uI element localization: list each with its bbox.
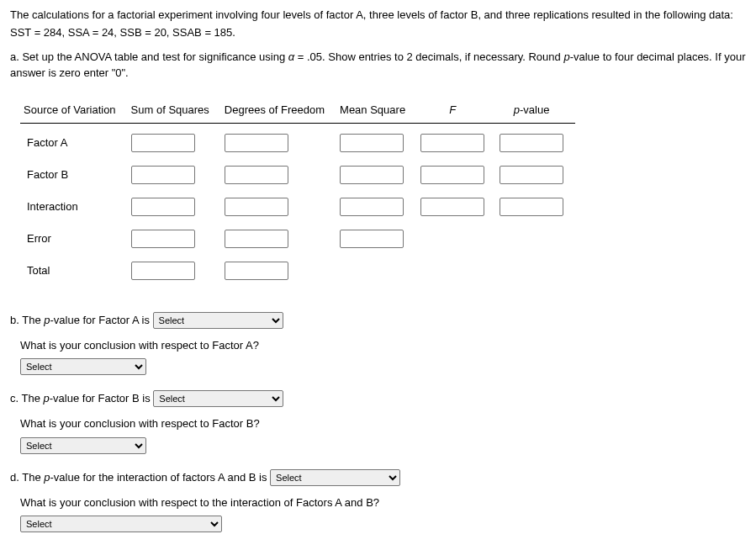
header-p: p-value [496,97,575,124]
error-ms-input[interactable] [340,230,404,248]
b-conclusion-select[interactable]: Select [20,358,146,375]
row-label-total: Total [20,255,128,287]
error-df-input[interactable] [225,230,288,248]
factor-a-f-input[interactable] [420,134,484,152]
header-f: F [417,97,496,124]
factor-b-f-input[interactable] [420,166,484,184]
table-row: Interaction [20,191,575,223]
header-df: Degrees of Freedom [221,97,336,124]
interaction-p-input[interactable] [500,198,563,216]
c-question: What is your conclusion with respect to … [20,415,746,432]
table-row: Factor A [20,123,575,159]
c-p-letter: p [44,392,50,405]
part-a-prefix: a. Set up the ANOVA table and test for s… [10,50,288,63]
error-ss-input[interactable] [131,230,195,248]
part-c: c. The p-value for Factor B is Select Wh… [10,390,746,454]
part-d: d. The p-value for the interaction of fa… [10,469,746,533]
p-letter: p [563,50,569,63]
c-prefix: c. The [10,392,44,405]
interaction-ms-input[interactable] [340,198,404,216]
intro-text: The calculations for a factorial experim… [10,7,746,42]
d-conclusion-select[interactable]: Select [20,516,222,532]
row-label-interaction: Interaction [20,191,128,223]
part-b: b. The p-value for Factor A is Select Wh… [10,312,746,376]
interaction-f-input[interactable] [420,198,484,216]
header-p-letter: p [514,103,520,116]
b-question: What is your conclusion with respect to … [20,337,746,354]
part-a-mid: = .05. Show entries to 2 decimals, if ne… [294,50,563,63]
c-pvalue-select[interactable]: Select [153,390,283,407]
factor-b-ss-input[interactable] [131,166,195,184]
header-source: Source of Variation [20,97,128,124]
interaction-df-input[interactable] [225,198,288,216]
anova-table: Source of Variation Sum of Squares Degre… [20,97,575,287]
factor-b-df-input[interactable] [225,166,288,184]
d-pvalue-select[interactable]: Select [270,469,400,486]
d-prefix: d. The [10,471,44,484]
factor-a-p-input[interactable] [500,134,563,152]
factor-b-p-input[interactable] [500,166,563,184]
factor-a-df-input[interactable] [225,134,288,152]
row-label-error: Error [20,223,128,255]
b-mid: -value for Factor A is [50,314,150,326]
interaction-ss-input[interactable] [131,198,195,216]
header-ss: Sum of Squares [128,97,221,124]
table-row: Error [20,223,575,255]
factor-a-ss-input[interactable] [131,134,195,152]
row-label-factor-a: Factor A [20,123,128,159]
header-ms: Mean Square [336,97,417,124]
factor-b-ms-input[interactable] [340,166,404,184]
table-row: Factor B [20,159,575,191]
row-label-factor-b: Factor B [20,159,128,191]
table-row: Total [20,255,575,287]
b-pvalue-select[interactable]: Select [153,312,283,329]
part-a-text: a. Set up the ANOVA table and test for s… [10,49,746,82]
factor-a-ms-input[interactable] [340,134,404,152]
total-ss-input[interactable] [131,262,195,280]
total-df-input[interactable] [225,262,288,280]
d-mid: -value for the interaction of factors A … [50,471,267,484]
c-conclusion-select[interactable]: Select [20,437,146,454]
b-prefix: b. The [10,314,44,326]
d-question: What is your conclusion with respect to … [20,494,746,511]
c-mid: -value for Factor B is [50,392,151,405]
header-p-suffix: -value [520,103,549,116]
table-header-row: Source of Variation Sum of Squares Degre… [20,97,575,124]
